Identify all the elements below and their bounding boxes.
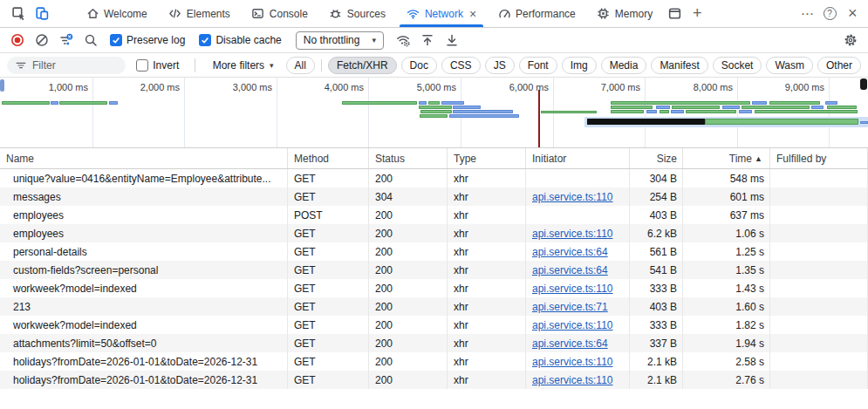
cell-status: 200 (369, 297, 448, 316)
request-row[interactable]: attachments?limit=50&offset=0GET200xhrap… (0, 334, 868, 352)
inspect-icon[interactable] (7, 3, 30, 25)
tab-elements[interactable]: Elements (158, 0, 241, 27)
column-header-type[interactable]: Type (448, 148, 526, 168)
cell-type: xhr (448, 224, 526, 242)
column-header-label: Method (294, 153, 329, 165)
request-row[interactable]: employeesGET200xhrapi.service.ts:1106.2 … (0, 224, 868, 242)
cell-fulfilled (770, 297, 868, 316)
filter-toggle-icon[interactable] (56, 30, 77, 51)
column-header-name[interactable]: Name (0, 148, 288, 168)
column-header-status[interactable]: Status (369, 148, 448, 168)
request-row[interactable]: personal-detailsGET200xhrapi.service.ts:… (0, 242, 868, 261)
initiator-link[interactable]: api.service.ts:110 (532, 191, 613, 203)
close-tab-icon[interactable]: × (469, 8, 476, 20)
chevron-down-icon: ▾ (270, 61, 274, 70)
tab-sources[interactable]: Sources (318, 0, 396, 27)
filter-input[interactable] (32, 59, 118, 72)
disable-cache-checkbox[interactable]: Disable cache (199, 34, 281, 46)
type-pill-other[interactable]: Other (817, 57, 861, 74)
initiator-link[interactable]: api.service.ts:110 (532, 319, 613, 331)
preserve-log-checkbox[interactable]: Preserve log (110, 34, 185, 46)
type-pill-img[interactable]: Img (562, 57, 597, 74)
cell-time: 548 ms (683, 169, 770, 187)
column-header-initiator[interactable]: Initiator (526, 148, 630, 168)
type-pill-doc[interactable]: Doc (401, 57, 437, 74)
request-row[interactable]: holidays?fromDate=2026-01-01&toDate=2026… (0, 371, 868, 389)
request-row[interactable]: workweek?model=indexedGET200xhrapi.servi… (0, 279, 868, 297)
initiator-link[interactable]: api.service.ts:71 (532, 301, 608, 313)
clear-icon[interactable] (31, 30, 52, 51)
cell-name: holidays?fromDate=2026-01-01&toDate=2026… (0, 371, 288, 389)
performance-icon (497, 7, 511, 21)
disable-cache-label: Disable cache (215, 34, 281, 46)
tab-welcome[interactable]: Welcome (75, 0, 158, 27)
panel-icon[interactable] (663, 3, 686, 25)
cell-initiator: api.service.ts:71 (526, 297, 630, 316)
close-devtools-icon[interactable]: × (841, 3, 864, 25)
type-pill-css[interactable]: CSS (441, 57, 481, 74)
type-pill-socket[interactable]: Socket (713, 57, 762, 74)
initiator-link[interactable]: api.service.ts:110 (532, 374, 613, 386)
cell-type: xhr (448, 187, 526, 206)
network-conditions-icon[interactable] (393, 30, 413, 51)
type-pill-media[interactable]: Media (601, 57, 647, 74)
toolbar-left-icons (7, 3, 52, 25)
tab-console[interactable]: Console (241, 0, 318, 27)
waterfall-bar (342, 101, 417, 105)
help-icon[interactable]: ? (818, 3, 841, 25)
device-toolbar-icon[interactable] (30, 3, 52, 25)
initiator-link[interactable]: api.service.ts:110 (532, 228, 613, 240)
invert-checkbox[interactable]: Invert (136, 59, 179, 72)
type-pill-fetchxhr[interactable]: Fetch/XHR (328, 57, 397, 74)
request-row[interactable]: custom-fields?screen=personalGET200xhrap… (0, 261, 868, 279)
initiator-link[interactable]: api.service.ts:110 (532, 356, 613, 368)
type-pill-font[interactable]: Font (519, 57, 557, 74)
tab-performance[interactable]: Performance (487, 0, 586, 27)
tab-memory[interactable]: Memory (586, 0, 663, 27)
request-row[interactable]: holidays?fromDate=2026-01-01&toDate=2026… (0, 352, 868, 371)
timeline-tick-label: 9,000 ms (785, 82, 829, 92)
search-icon[interactable] (80, 30, 101, 51)
network-settings-gear-icon[interactable] (840, 30, 861, 51)
request-row[interactable]: messagesGET304xhrapi.service.ts:110254 B… (0, 187, 868, 206)
request-row[interactable]: workweek?model=indexedGET200xhrapi.servi… (0, 316, 868, 334)
column-header-method[interactable]: Method (288, 148, 369, 168)
cell-method: POST (288, 206, 369, 224)
waterfall-bar (420, 114, 448, 118)
column-header-time[interactable]: Time▲ (683, 148, 770, 168)
export-har-icon[interactable] (441, 30, 462, 51)
initiator-link[interactable]: api.service.ts:110 (532, 283, 613, 295)
type-pill-wasm[interactable]: Wasm (766, 57, 813, 74)
column-header-size[interactable]: Size (630, 148, 683, 168)
cell-name: attachments?limit=50&offset=0 (0, 334, 288, 352)
request-row[interactable]: employeesPOST200xhr403 B637 ms (0, 206, 868, 224)
type-pill-js[interactable]: JS (485, 57, 515, 74)
network-tab-label: Network (425, 8, 463, 20)
cell-name: custom-fields?screen=personal (0, 261, 288, 279)
cell-type: xhr (448, 279, 526, 297)
tab-network[interactable]: Network× (396, 0, 487, 27)
cell-name: workweek?model=indexed (0, 316, 288, 334)
initiator-link[interactable]: api.service.ts:64 (532, 264, 608, 276)
network-overview-waterfall[interactable]: 1,000 ms2,000 ms3,000 ms4,000 ms5,000 ms… (0, 78, 868, 148)
cell-status: 304 (369, 187, 448, 206)
record-icon[interactable] (7, 30, 28, 51)
type-pill-all[interactable]: All (286, 57, 315, 74)
add-tab-button[interactable]: + (686, 3, 708, 25)
initiator-link[interactable]: api.service.ts:64 (532, 337, 608, 350)
type-pill-manifest[interactable]: Manifest (651, 57, 707, 74)
column-header-fulfilled[interactable]: Fulfilled by (770, 148, 868, 168)
request-row[interactable]: 213GET200xhrapi.service.ts:71403 B1.60 s (0, 297, 868, 316)
waterfall-bar (656, 106, 670, 109)
timeline-gridline (277, 78, 277, 147)
more-filters-dropdown[interactable]: More filters ▾ (206, 59, 281, 72)
initiator-link[interactable]: api.service.ts:64 (532, 246, 608, 258)
waterfall-bar (825, 101, 837, 105)
cell-method: GET (288, 334, 369, 352)
overview-scroll-handle[interactable] (860, 78, 867, 90)
more-menu-icon[interactable]: ⋯ (796, 3, 818, 25)
throttling-dropdown[interactable]: No throttling ▾ (296, 31, 384, 50)
overview-left-handle[interactable] (0, 79, 4, 92)
request-row[interactable]: unique?value=0416&entityName=Employee&at… (0, 169, 868, 187)
import-har-icon[interactable] (417, 30, 438, 51)
